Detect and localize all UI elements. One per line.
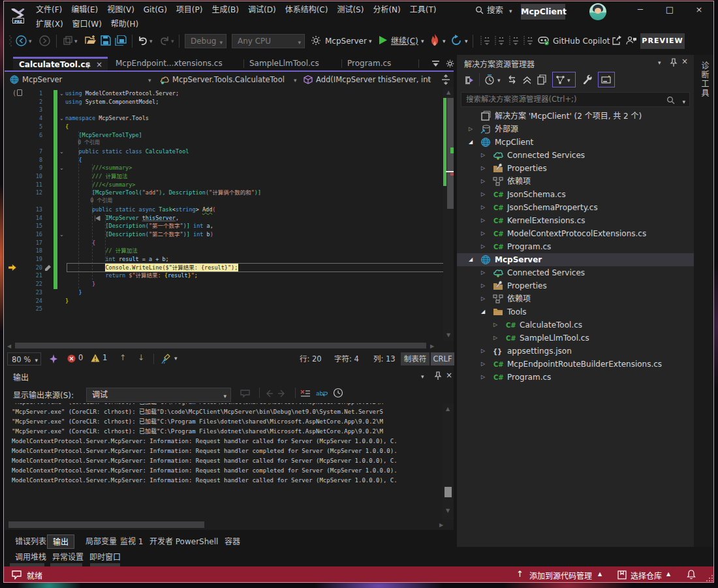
next-message-icon[interactable]: [277, 388, 287, 399]
tab-SampleLlmTool.cs[interactable]: SampleLlmTool.cs: [243, 57, 341, 70]
tree-item-ModelContextProtocolExtensions.cs[interactable]: ▷C#ModelContextProtocolExtensions.cs: [457, 227, 694, 240]
eol-indicator[interactable]: CRLF: [431, 352, 454, 365]
copy-path-icon[interactable]: [537, 74, 547, 85]
solution-close-icon[interactable]: ×: [681, 57, 688, 66]
tree-item-Properties[interactable]: ▷Properties: [457, 162, 694, 175]
navigate-forward-icon[interactable]: [39, 35, 50, 46]
output-vscrollbar[interactable]: ▲ ▼: [443, 403, 454, 519]
goto-message-icon[interactable]: [240, 388, 251, 399]
code-editor[interactable]: ( 1⌄using ModelContextProtocol.Server;2u…: [5, 87, 454, 341]
github-copilot-icon[interactable]: [538, 35, 550, 46]
timestamp-icon[interactable]: [333, 388, 344, 399]
tree-item-appsettings.json[interactable]: ▷{}appsettings.json: [457, 345, 694, 358]
prev-issue-icon[interactable]: ↑: [119, 353, 126, 362]
warnings-icon[interactable]: [91, 354, 100, 362]
restart-icon[interactable]: [451, 35, 462, 46]
solution-search-icon[interactable]: [666, 96, 675, 104]
hot-reload-icon[interactable]: [429, 34, 440, 46]
tree-item-SampleLlmTool.cs[interactable]: ▷C#SampleLlmTool.cs: [457, 332, 694, 345]
tree-item-McpClient[interactable]: ◢McpClient: [457, 136, 694, 149]
solution-platform-combo[interactable]: Any CPU▾: [232, 34, 305, 48]
bottom-tab-异常设置[interactable]: 异常设置: [47, 550, 89, 565]
save-icon[interactable]: [101, 35, 111, 46]
tree-item-依赖项[interactable]: ▷依赖项: [457, 175, 694, 188]
share-icon[interactable]: [612, 35, 622, 46]
tree-item-Connected Services[interactable]: ▷Connected Services: [457, 266, 694, 279]
back-dropdown-icon[interactable]: ▾: [29, 38, 32, 44]
switch-views-icon[interactable]: [507, 75, 518, 85]
collapse-all-icon[interactable]: [522, 75, 532, 85]
intellicode-icon[interactable]: [49, 354, 58, 364]
errors-icon[interactable]: [67, 354, 76, 363]
code-cleanup-icon[interactable]: [161, 354, 172, 364]
minimize-button[interactable]: ─: [627, 1, 653, 19]
continue-play-icon[interactable]: [379, 35, 388, 45]
pending-changes-icon[interactable]: [484, 74, 495, 85]
tabs-mode-indicator[interactable]: 制表符: [401, 352, 429, 365]
tree-item-McpServer[interactable]: ◢McpServer: [457, 253, 694, 266]
open-file-icon[interactable]: [85, 35, 97, 46]
sync-active-doc-icon[interactable]: [463, 74, 475, 86]
menu-6[interactable]: 调试(D): [243, 2, 281, 18]
tab-McpEndpoint...xtensions.cs[interactable]: McpEndpoint...xtensions.cs: [110, 57, 243, 70]
tab-list-icon[interactable]: [432, 61, 439, 67]
solution-dropdown-icon[interactable]: ▾: [658, 59, 661, 66]
redo-icon[interactable]: [159, 35, 170, 46]
continue-dropdown-icon[interactable]: ▾: [421, 38, 424, 44]
tree-item-Properties[interactable]: ▷Properties: [457, 279, 694, 292]
tree-item-依赖项[interactable]: ▷依赖项: [457, 292, 694, 305]
tab-CalculateTool.cs[interactable]: CalculateTool.cs×: [13, 57, 108, 70]
menu-9[interactable]: 分析(N): [368, 2, 405, 18]
bottom-tab-输出[interactable]: 输出: [47, 534, 74, 549]
menu-4[interactable]: 项目(P): [172, 2, 208, 18]
menu-5[interactable]: 生成(B): [207, 2, 243, 18]
bottom-tab-错误列表[interactable]: 错误列表: [10, 534, 52, 549]
navigate-back-icon[interactable]: [16, 35, 27, 46]
close-button[interactable]: ×: [686, 1, 712, 19]
window-list-dropdown-icon[interactable]: ▾: [74, 38, 78, 44]
next-issue-icon[interactable]: ↓: [138, 353, 144, 362]
continue-label[interactable]: 继续(C): [391, 35, 418, 48]
scope-icon[interactable]: [555, 75, 566, 85]
window-list-icon[interactable]: [63, 35, 73, 46]
bottom-tab-调用堆栈[interactable]: 调用堆栈: [10, 550, 52, 565]
bottom-tab-开发者 PowerShell[interactable]: 开发者 PowerShell: [144, 534, 223, 549]
clear-all-icon[interactable]: [300, 388, 311, 399]
bottom-tab-监视 1[interactable]: 监视 1: [115, 534, 148, 549]
split-editor-icon[interactable]: [441, 74, 451, 85]
output-source-combo[interactable]: 调试▾: [86, 388, 231, 402]
undo-icon[interactable]: [137, 35, 148, 46]
bell-icon[interactable]: [687, 570, 696, 580]
avatar[interactable]: [589, 3, 606, 20]
select-repo-label[interactable]: 选择仓库: [631, 570, 662, 581]
tree-item-McpEndpointRouteBuilderExtensions.cs[interactable]: ▷C#McpEndpointRouteBuilderExtensions.cs: [457, 358, 694, 371]
feedback-icon[interactable]: [626, 35, 637, 46]
startup-project-label[interactable]: McpServer: [325, 35, 367, 48]
solution-pin-icon[interactable]: [670, 58, 678, 67]
breadcrumb-type[interactable]: McpServer.Tools.CalculateTool: [172, 72, 285, 87]
preview-button[interactable]: PREVIEW: [640, 33, 685, 49]
solution-config-combo[interactable]: Debug▾: [185, 34, 226, 48]
breadcrumb-member[interactable]: Add(IMcpServer thisServer, int: [316, 72, 431, 87]
tree-item-Tools[interactable]: ◢Tools: [457, 305, 694, 318]
editor-vscrollbar[interactable]: ▲ ▼: [443, 87, 454, 341]
tree-item-外部源[interactable]: ▷外部源: [457, 123, 694, 136]
prev-message-icon[interactable]: [264, 388, 274, 399]
redo-dropdown-icon[interactable]: ▾: [171, 38, 174, 44]
debug-step-icons[interactable]: [479, 35, 537, 49]
zoom-combo[interactable]: 80 %▾: [7, 352, 41, 365]
bottom-tab-容器[interactable]: 容器: [219, 534, 245, 549]
editor-hscrollbar[interactable]: ◀ ▶: [5, 341, 454, 350]
repo-icon[interactable]: [617, 570, 627, 580]
tree-item-KernelExtensions.cs[interactable]: ▷C#KernelExtensions.cs: [457, 214, 694, 227]
solution-search-input[interactable]: 搜索解决方案资源管理器(Ctrl+;) ▾: [461, 92, 690, 107]
properties-wrench-icon[interactable]: [582, 74, 593, 85]
breadcrumb-project[interactable]: McpServer: [22, 72, 62, 87]
tabstrip-gear-icon[interactable]: [446, 59, 454, 68]
menu-10[interactable]: 工具(T): [405, 2, 441, 18]
menu-3[interactable]: Git(G): [139, 2, 172, 18]
tab-pin-icon[interactable]: [85, 62, 91, 69]
tab-Program.cs[interactable]: Program.cs: [341, 57, 418, 70]
tab-close-icon[interactable]: ×: [96, 59, 102, 70]
menu-7[interactable]: 体系结构(C): [281, 2, 333, 18]
